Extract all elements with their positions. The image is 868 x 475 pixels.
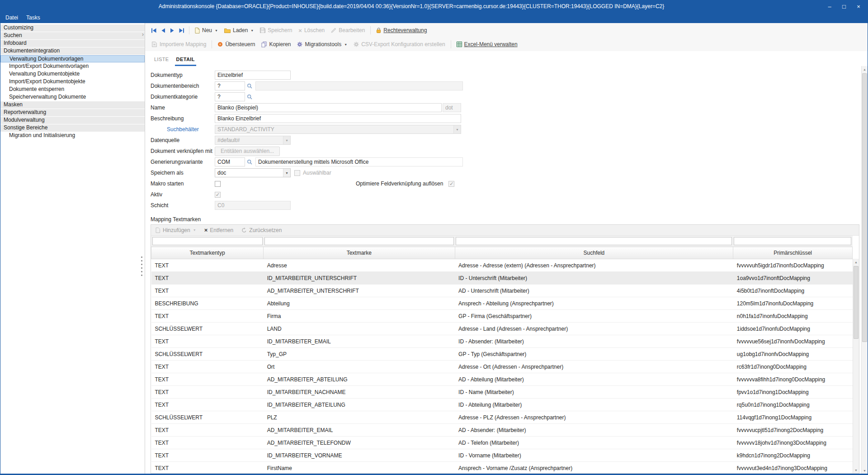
new-button[interactable]: Neu ▼ — [192, 26, 221, 35]
table-row[interactable]: TEXTAD_MITARBEITER_UNTERSCHRIFTAD - Unte… — [151, 285, 853, 297]
table-row[interactable]: TEXTAD_MITARBEITER_EMAILAD - Absender: (… — [151, 424, 853, 437]
table-row[interactable]: TEXTID_MITARBEITER_EMAILID - Absender: (… — [151, 335, 853, 348]
table-row[interactable]: TEXTFirstNameAnsprech - Vorname /Zusatz … — [151, 462, 853, 474]
sidebar-item[interactable]: Speicherverwaltung Dokumente — [0, 94, 145, 101]
filter-input-suchfeld[interactable] — [456, 237, 732, 245]
load-button[interactable]: Laden ▼ — [221, 26, 257, 35]
copy-button[interactable]: Kopieren — [258, 40, 294, 49]
dokumentkategorie-input[interactable] — [215, 92, 245, 101]
makro-starten-checkbox[interactable] — [215, 181, 221, 187]
auswaehlbar-label: Auswählbar — [303, 170, 331, 176]
table-row[interactable]: BESCHREIBUNGAbteilungAnsprech - Abteilun… — [151, 297, 853, 310]
beschreibung-input[interactable] — [215, 114, 461, 123]
suchbehaelter-label[interactable]: Suchbehälter — [167, 126, 215, 133]
add-document-icon — [156, 228, 160, 233]
dokumentenbereich-lookup-button[interactable] — [245, 81, 254, 90]
sidebar-item[interactable]: Dokumentenintegration — [0, 48, 145, 55]
table-row[interactable]: TEXTID_MITARBEITER_UNTERSCHRIFTID - Unte… — [151, 272, 853, 285]
filter-input-primaerschluessel[interactable] — [734, 237, 851, 245]
load-button-label: Laden — [233, 27, 248, 33]
dokumenttyp-input[interactable] — [215, 71, 291, 80]
sidebar-item[interactable]: Migration und Initialisierung — [0, 132, 145, 139]
table-cell: ID - Abteilung (Mitarbeiter) — [455, 399, 733, 411]
table-row[interactable]: SCHLÜSSELWERTTyp_GPGP - Typ (Geschäftspa… — [151, 348, 853, 361]
sidebar-item[interactable]: Suchen — [0, 32, 145, 39]
column-header[interactable]: Textmarkentyp — [151, 247, 264, 259]
table-row[interactable]: TEXTFirmaGP - Firma (Geschäftspartner)n0… — [151, 310, 853, 323]
nav-next-button[interactable] — [168, 27, 176, 34]
sidebar-item[interactable]: Masken — [0, 101, 145, 109]
nav-last-button[interactable] — [176, 27, 187, 34]
scrollbar-thumb[interactable] — [862, 73, 867, 342]
tab-strip: LISTE DETAIL — [145, 51, 868, 66]
column-header[interactable]: Primärschlüssel — [733, 247, 853, 259]
sidebar-item[interactable]: Verwaltung Dokumentobjekte — [0, 71, 145, 78]
migration-tools-button[interactable]: Migrationstools ▼ — [294, 40, 350, 49]
scroll-up-button[interactable]: ▲ — [853, 259, 859, 265]
excel-grid-icon — [457, 42, 462, 47]
chevron-down-icon: ▼ — [453, 125, 461, 133]
sidebar-item[interactable]: Infoboard — [0, 40, 145, 47]
speichern-als-value: doc — [217, 170, 226, 176]
table-row[interactable]: TEXTID_MITARBEITER_VORNAMEID - Vorname (… — [151, 449, 853, 462]
sidebar-collapse-icon[interactable]: › — [142, 32, 144, 37]
excel-menu-button[interactable]: Excel-Menü verwalten — [453, 40, 521, 49]
generierungsvariante-lookup-button[interactable] — [245, 157, 254, 166]
toolbar-separator — [189, 26, 189, 34]
override-button[interactable]: Übersteuern — [214, 40, 258, 49]
nav-previous-button[interactable] — [159, 27, 168, 34]
table-row[interactable]: TEXTAD_MITARBEITER_TELEFONDWAD - Telefon… — [151, 437, 853, 449]
menu-datei[interactable]: Datei — [1, 13, 22, 22]
copy-icon — [261, 42, 267, 48]
add-mapping-label: Hinzufügen — [163, 227, 190, 233]
table-cell: Ort — [264, 361, 455, 373]
sidebar-item[interactable]: Customizing — [0, 24, 145, 32]
open-folder-icon — [224, 28, 231, 33]
name-input[interactable] — [215, 103, 442, 112]
table-row[interactable]: TEXTAdresseAdresse - Adresse (extern) (A… — [151, 259, 853, 272]
scroll-up-button[interactable]: ▲ — [862, 66, 868, 72]
sidebar-item[interactable]: Reportverwaltung — [0, 109, 145, 116]
scroll-down-button[interactable]: ▼ — [853, 467, 859, 473]
sidebar-item[interactable]: Import/Export Dokumentobjekte — [0, 78, 145, 86]
table-cell: ID - Name (Mitarbeiter) — [455, 386, 733, 399]
makro-starten-label: Makro starten — [151, 180, 215, 187]
rights-management-button[interactable]: Rechteverwaltung — [373, 26, 430, 35]
column-header[interactable]: Suchfeld — [455, 247, 733, 259]
dokumentenbereich-input[interactable] — [215, 81, 245, 90]
column-header[interactable]: Textmarke — [264, 247, 455, 259]
minimize-button[interactable]: – — [822, 1, 837, 11]
table-row[interactable]: SCHLÜSSELWERTLANDAdresse - Land (Adresse… — [151, 323, 853, 335]
filter-input-textmarkentyp[interactable] — [152, 237, 263, 245]
generierungsvariante-input[interactable] — [215, 157, 245, 166]
speichern-als-dropdown[interactable]: doc ▼ — [215, 168, 291, 177]
sidebar-item[interactable]: Sonstige Bereiche — [0, 124, 145, 132]
table-cell: FirstName — [264, 462, 455, 474]
splitter-handle[interactable] — [141, 256, 142, 277]
table-row[interactable]: SCHLÜSSELWERTPLZAdresse - PLZ (Adressen … — [151, 411, 853, 424]
menu-tasks[interactable]: Tasks — [22, 13, 44, 22]
table-cell: AD - Abteilung (Mitarbeiter) — [455, 373, 733, 386]
sidebar-item[interactable]: Verwaltung Dokumentvorlagen — [0, 55, 145, 62]
table-cell: ID - Absender: (Mitarbeiter) — [455, 335, 733, 348]
tab-detail[interactable]: DETAIL — [175, 57, 196, 66]
mapping-filter-row — [151, 236, 853, 247]
sidebar-item[interactable]: Modulverwaltung — [0, 117, 145, 124]
dokumentkategorie-lookup-button[interactable] — [245, 92, 254, 101]
table-row[interactable]: TEXTID_MITARBEITER_ABTEILUNGID - Abteilu… — [151, 399, 853, 411]
sidebar-item[interactable]: Import/Export Dokumentvorlagen — [0, 63, 145, 70]
filter-input-textmarke[interactable] — [264, 237, 454, 245]
nav-first-button[interactable] — [149, 27, 159, 34]
table-cell: TEXT — [151, 399, 264, 411]
sidebar-item[interactable]: Dokumente entsperren — [0, 86, 145, 93]
scroll-down-button[interactable]: ▼ — [862, 467, 868, 474]
table-row[interactable]: TEXTAD_MITARBEITER_ABTEILUNGAD - Abteilu… — [151, 373, 853, 386]
table-row[interactable]: TEXTOrtAdresse - Ort (Adressen - Ansprec… — [151, 361, 853, 373]
tab-liste[interactable]: LISTE — [153, 57, 170, 66]
maximize-button[interactable]: □ — [837, 1, 851, 11]
remove-mapping-button[interactable]: × Entfernen — [203, 226, 236, 234]
table-row[interactable]: TEXTID_MITARBEITER_NACHNAMEID - Name (Mi… — [151, 386, 853, 399]
table-cell: TEXT — [151, 386, 264, 399]
scrollbar-thumb[interactable] — [854, 266, 859, 339]
close-button[interactable]: × — [851, 1, 866, 11]
